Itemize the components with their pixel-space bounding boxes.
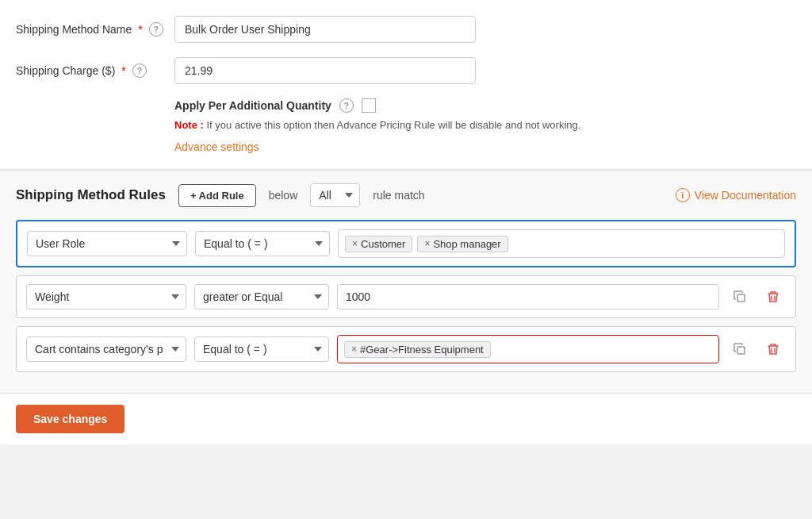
view-doc-label: View Documentation bbox=[695, 189, 796, 202]
tag-customer-close[interactable]: × bbox=[352, 238, 358, 249]
svg-rect-0 bbox=[737, 294, 745, 302]
advance-settings-link[interactable]: Advance settings bbox=[174, 140, 259, 153]
apply-per-row: Apply Per Additional Quantity ? bbox=[16, 98, 796, 113]
shipping-charge-label: Shipping Charge ($) * ? bbox=[16, 63, 174, 78]
rule-3-tags-input[interactable]: × #Gear->Fitness Equipment bbox=[337, 335, 719, 363]
note-keyword: Note : bbox=[174, 119, 204, 131]
shipping-charge-label-text: Shipping Charge ($) bbox=[16, 64, 115, 77]
apply-per-checkbox[interactable] bbox=[362, 98, 376, 113]
shipping-method-name-row: Shipping Method Name * ? bbox=[16, 16, 796, 43]
svg-rect-1 bbox=[737, 347, 745, 354]
rule-2-field-select[interactable]: Weight User Role Cart contains category'… bbox=[26, 284, 186, 309]
rule-match-label: rule match bbox=[373, 189, 424, 202]
add-rule-button[interactable]: + Add Rule bbox=[178, 184, 256, 207]
rule-row-2: Weight User Role Cart contains category'… bbox=[16, 275, 796, 318]
tag-gear-fitness: × #Gear->Fitness Equipment bbox=[344, 341, 491, 358]
required-star-1: * bbox=[138, 23, 142, 36]
rule-1-field-select[interactable]: User Role Weight Cart contains category'… bbox=[27, 231, 187, 256]
rule-2-condition-select[interactable]: greater or Equal Equal to ( = ) Not equa… bbox=[194, 284, 329, 309]
all-select[interactable]: All Any bbox=[310, 183, 360, 207]
rule-1-condition-select[interactable]: Equal to ( = ) greater or Equal Not equa… bbox=[195, 231, 330, 256]
rule-1-tags-input[interactable]: × Customer × Shop manager bbox=[338, 229, 785, 258]
rule-3-field-select[interactable]: Cart contains category's p User Role Wei… bbox=[26, 336, 186, 362]
rule-2-delete-button[interactable] bbox=[760, 284, 786, 309]
save-changes-button[interactable]: Save changes bbox=[16, 405, 124, 433]
save-section: Save changes bbox=[0, 393, 812, 444]
below-label: below bbox=[269, 189, 298, 202]
rule-3-delete-button[interactable] bbox=[760, 336, 786, 362]
top-section: Shipping Method Name * ? Shipping Charge… bbox=[0, 0, 812, 170]
note-text: If you active this option then Advance P… bbox=[206, 119, 580, 131]
shipping-method-name-label: Shipping Method Name * ? bbox=[16, 22, 174, 37]
tag-customer: × Customer bbox=[345, 236, 412, 252]
required-star-2: * bbox=[121, 64, 125, 77]
rule-row-1: User Role Weight Cart contains category'… bbox=[16, 220, 796, 267]
shipping-method-name-input[interactable] bbox=[174, 16, 476, 43]
main-container: Shipping Method Name * ? Shipping Charge… bbox=[0, 0, 812, 444]
shipping-charge-input[interactable] bbox=[174, 57, 476, 84]
help-icon-3[interactable]: ? bbox=[339, 98, 354, 113]
note-row: Note : If you active this option then Ad… bbox=[16, 119, 796, 131]
rules-title: Shipping Method Rules bbox=[16, 187, 166, 203]
rules-header: Shipping Method Rules + Add Rule below A… bbox=[16, 183, 796, 207]
tag-shop-manager-label: Shop manager bbox=[433, 238, 500, 250]
info-icon: i bbox=[676, 188, 690, 202]
rule-row-3: Cart contains category's p User Role Wei… bbox=[16, 326, 796, 372]
tag-shop-manager: × Shop manager bbox=[417, 236, 508, 252]
rule-3-condition-select[interactable]: Equal to ( = ) greater or Equal Not equa… bbox=[194, 336, 329, 362]
help-icon-2[interactable]: ? bbox=[132, 63, 147, 78]
rule-3-copy-button[interactable] bbox=[727, 336, 753, 362]
help-icon-1[interactable]: ? bbox=[149, 22, 163, 37]
tag-gear-fitness-close[interactable]: × bbox=[351, 344, 357, 355]
rules-section: Shipping Method Rules + Add Rule below A… bbox=[0, 170, 812, 393]
advance-settings-row: Advance settings bbox=[16, 140, 796, 153]
apply-per-label: Apply Per Additional Quantity bbox=[174, 99, 331, 112]
shipping-charge-row: Shipping Charge ($) * ? bbox=[16, 57, 796, 84]
tag-customer-label: Customer bbox=[361, 238, 405, 250]
tag-shop-manager-close[interactable]: × bbox=[424, 238, 430, 249]
rule-2-value-input[interactable] bbox=[337, 284, 719, 309]
shipping-method-name-label-text: Shipping Method Name bbox=[16, 23, 132, 36]
view-documentation-link[interactable]: i View Documentation bbox=[676, 188, 796, 202]
tag-gear-fitness-label: #Gear->Fitness Equipment bbox=[360, 344, 484, 356]
rule-2-copy-button[interactable] bbox=[727, 284, 753, 309]
